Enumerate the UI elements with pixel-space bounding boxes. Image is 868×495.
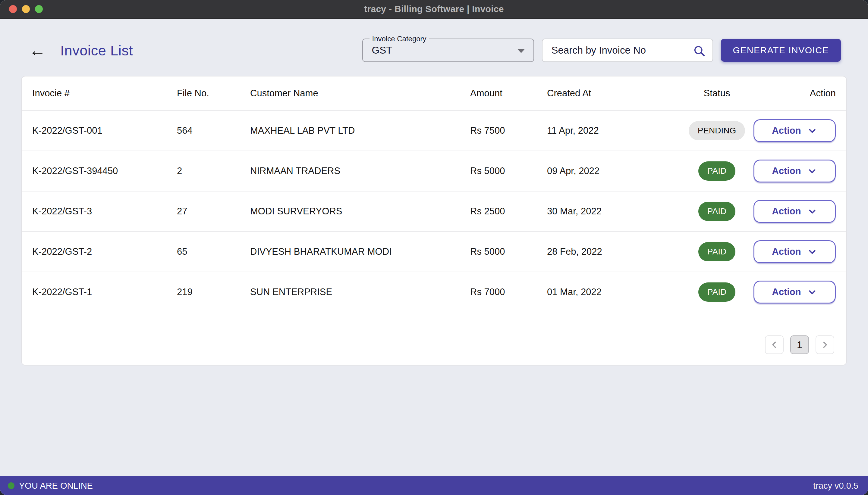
statusbar: YOU ARE ONLINE tracy v0.0.5: [0, 476, 868, 495]
status-badge: PAID: [698, 283, 735, 302]
invoice-category-select[interactable]: Invoice Category GST: [362, 38, 534, 62]
column-header-created-at: Created At: [547, 88, 680, 99]
customer-name-cell: DIVYESH BHARATKUMAR MODI: [250, 246, 470, 257]
amount-cell: Rs 5000: [470, 166, 547, 176]
file-no-cell: 65: [177, 246, 250, 257]
dropdown-arrow-icon: [517, 49, 525, 53]
chevron-down-icon: [807, 166, 817, 176]
pagination-next-button[interactable]: [816, 336, 834, 354]
row-action-button[interactable]: Action: [753, 280, 836, 304]
column-header-status: Status: [680, 88, 753, 99]
customer-name-cell: MAXHEAL LAB PVT LTD: [250, 125, 470, 136]
file-no-cell: 27: [177, 206, 250, 217]
file-no-cell: 564: [177, 125, 250, 136]
pagination-page-button[interactable]: 1: [790, 336, 809, 354]
table-row: K-2022/GST-001 564 MAXHEAL LAB PVT LTD R…: [22, 110, 846, 151]
customer-name-cell: MODI SURVERYORS: [250, 206, 470, 217]
app-window: tracy - Billing Software | Invoice ← Inv…: [0, 0, 868, 495]
created-at-cell: 11 Apr, 2022: [547, 125, 680, 136]
status-badge: PAID: [698, 161, 735, 181]
status-badge: PAID: [698, 242, 735, 261]
column-header-file-no: File No.: [177, 88, 250, 99]
main-content: ← Invoice List Invoice Category GST GENE…: [0, 19, 868, 476]
created-at-cell: 30 Mar, 2022: [547, 206, 680, 217]
table-row: K-2022/GST-2 65 DIVYESH BHARATKUMAR MODI…: [22, 231, 846, 272]
titlebar: tracy - Billing Software | Invoice: [0, 0, 868, 19]
column-header-invoice-no: Invocie #: [32, 88, 177, 99]
status-badge: PAID: [698, 202, 735, 221]
created-at-cell: 28 Feb, 2022: [547, 246, 680, 257]
online-dot-icon: [8, 482, 15, 489]
pagination: 1: [22, 336, 846, 354]
chevron-down-icon: [807, 287, 817, 297]
invoice-no-cell: K-2022/GST-2: [32, 246, 177, 257]
created-at-cell: 01 Mar, 2022: [547, 287, 680, 297]
search-box: [542, 38, 713, 62]
arrow-left-icon: ←: [29, 41, 46, 59]
window-title: tracy - Billing Software | Invoice: [0, 4, 868, 14]
amount-cell: Rs 2500: [470, 206, 547, 217]
online-text: YOU ARE ONLINE: [19, 481, 93, 491]
column-header-amount: Amount: [470, 88, 547, 99]
row-action-button[interactable]: Action: [753, 240, 836, 263]
invoice-category-label: Invoice Category: [370, 35, 429, 43]
chevron-left-icon: [769, 340, 780, 350]
file-no-cell: 219: [177, 287, 250, 297]
customer-name-cell: NIRMAAN TRADERS: [250, 166, 470, 176]
chevron-right-icon: [820, 340, 830, 350]
column-header-action: Action: [753, 88, 836, 99]
back-button[interactable]: ←: [28, 42, 47, 59]
invoice-no-cell: K-2022/GST-394450: [32, 166, 177, 176]
table-row: K-2022/GST-3 27 MODI SURVERYORS Rs 2500 …: [22, 191, 846, 231]
chevron-down-icon: [807, 125, 817, 136]
status-badge: PENDING: [689, 121, 745, 140]
invoice-no-cell: K-2022/GST-001: [32, 125, 177, 136]
search-icon[interactable]: [692, 44, 706, 57]
action-button-label: Action: [772, 125, 801, 136]
generate-invoice-button[interactable]: GENERATE INVOICE: [721, 39, 841, 62]
action-button-label: Action: [772, 166, 801, 176]
toolbar: ← Invoice List Invoice Category GST GENE…: [28, 38, 841, 62]
chevron-down-icon: [807, 246, 817, 257]
created-at-cell: 09 Apr, 2022: [547, 166, 680, 176]
table-row: K-2022/GST-1 219 SUN ENTERPRISE Rs 7000 …: [22, 272, 846, 312]
table-row: K-2022/GST-394450 2 NIRMAAN TRADERS Rs 5…: [22, 151, 846, 191]
page-title: Invoice List: [60, 42, 133, 59]
app-version: tracy v0.0.5: [813, 481, 858, 491]
row-action-button[interactable]: Action: [753, 159, 836, 183]
file-no-cell: 2: [177, 166, 250, 176]
search-input[interactable]: [542, 39, 713, 62]
action-button-label: Action: [772, 206, 801, 217]
amount-cell: Rs 5000: [470, 246, 547, 257]
online-status: YOU ARE ONLINE: [8, 481, 93, 491]
row-action-button[interactable]: Action: [753, 119, 836, 142]
action-button-label: Action: [772, 246, 801, 257]
action-button-label: Action: [772, 287, 801, 297]
table-header: Invocie # File No. Customer Name Amount …: [22, 76, 846, 110]
pagination-prev-button[interactable]: [765, 336, 784, 354]
chevron-down-icon: [807, 206, 817, 217]
invoice-no-cell: K-2022/GST-3: [32, 206, 177, 217]
amount-cell: Rs 7000: [470, 287, 547, 297]
invoice-category-value: GST: [363, 45, 392, 56]
row-action-button[interactable]: Action: [753, 200, 836, 223]
invoice-table-card: Invocie # File No. Customer Name Amount …: [21, 76, 847, 365]
amount-cell: Rs 7500: [470, 125, 547, 136]
invoice-no-cell: K-2022/GST-1: [32, 287, 177, 297]
column-header-customer-name: Customer Name: [250, 88, 470, 99]
toolbar-controls: Invoice Category GST GENERATE INVOICE: [362, 38, 841, 62]
customer-name-cell: SUN ENTERPRISE: [250, 287, 470, 297]
